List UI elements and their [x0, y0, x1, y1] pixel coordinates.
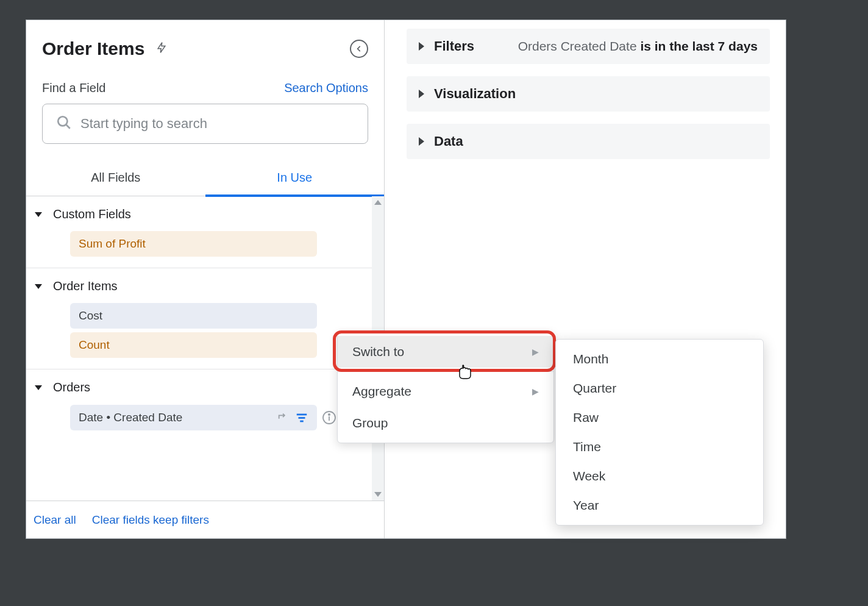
- field-context-menu: Switch to ▶ Aggregate ▶ Group: [337, 332, 554, 443]
- menu-aggregate[interactable]: Aggregate ▶: [338, 376, 553, 407]
- visualization-accordion[interactable]: Visualization: [407, 76, 770, 112]
- explore-title: Order Items: [42, 38, 144, 59]
- find-field-label: Find a Field: [42, 81, 106, 95]
- search-options-link[interactable]: Search Options: [284, 81, 368, 95]
- group-title: Custom Fields: [53, 207, 131, 221]
- filter-icon[interactable]: [295, 411, 308, 424]
- field-picker-footer: Clear all Clear fields keep filters: [26, 501, 384, 538]
- clear-fields-keep-filters-link[interactable]: Clear fields keep filters: [92, 513, 209, 527]
- search-placeholder: Start typing to search: [80, 116, 207, 132]
- data-accordion[interactable]: Data: [407, 124, 770, 159]
- group-header-orders[interactable]: Orders: [26, 380, 384, 394]
- chevron-right-icon: [419, 42, 424, 51]
- tab-all-fields[interactable]: All Fields: [26, 171, 205, 196]
- field-label: Date • Created Date: [79, 411, 272, 424]
- field-count[interactable]: Count: [70, 332, 317, 358]
- search-icon: [56, 115, 72, 133]
- pivot-icon[interactable]: [277, 411, 290, 424]
- svg-line-1: [66, 124, 70, 129]
- group-header-custom-fields[interactable]: Custom Fields: [26, 207, 384, 221]
- field-tabs: All Fields In Use: [26, 171, 384, 196]
- group-header-order-items[interactable]: Order Items: [26, 279, 384, 293]
- accordion-title: Data: [434, 134, 463, 149]
- group-title: Order Items: [53, 279, 118, 293]
- menu-item-label: Switch to: [352, 344, 404, 359]
- accordion-title: Visualization: [434, 86, 516, 102]
- accordion-title: Filters: [434, 38, 474, 54]
- chevron-right-icon: ▶: [532, 387, 539, 396]
- svg-rect-3: [299, 417, 305, 419]
- menu-group[interactable]: Group: [338, 407, 553, 439]
- chevron-down-icon: [35, 385, 42, 390]
- clear-all-link[interactable]: Clear all: [34, 513, 76, 527]
- menu-item-label: Aggregate: [352, 384, 411, 399]
- search-input[interactable]: Start typing to search: [42, 104, 368, 144]
- field-picker-panel: Order Items Find a Field Search Options …: [26, 20, 385, 538]
- svg-point-0: [58, 116, 67, 126]
- group-orders: Orders Date • Created Date: [26, 369, 384, 442]
- filters-accordion[interactable]: Filters Orders Created Date is in the la…: [407, 29, 770, 64]
- field-date-created-date[interactable]: Date • Created Date: [70, 405, 317, 430]
- menu-divider: [338, 371, 553, 372]
- submenu-quarter[interactable]: Quarter: [556, 374, 763, 403]
- chevron-right-icon: ▶: [532, 347, 539, 357]
- info-icon[interactable]: [322, 410, 336, 425]
- chevron-down-icon: [35, 284, 42, 289]
- group-title: Orders: [53, 380, 90, 394]
- bolt-icon[interactable]: [155, 40, 168, 58]
- submenu-month[interactable]: Month: [556, 344, 763, 374]
- svg-point-7: [329, 414, 330, 415]
- submenu-week[interactable]: Week: [556, 462, 763, 491]
- svg-rect-4: [300, 421, 304, 422]
- field-cost[interactable]: Cost: [70, 303, 317, 329]
- scroll-up-icon: [374, 200, 382, 205]
- menu-item-label: Group: [352, 416, 388, 430]
- collapse-panel-button[interactable]: [350, 40, 368, 58]
- submenu-time[interactable]: Time: [556, 432, 763, 462]
- submenu-year[interactable]: Year: [556, 491, 763, 520]
- scroll-down-icon: [374, 492, 382, 497]
- menu-switch-to[interactable]: Switch to ▶: [338, 336, 553, 368]
- tab-in-use[interactable]: In Use: [205, 171, 385, 196]
- chevron-down-icon: [35, 212, 42, 217]
- field-list: Custom Fields Sum of Profit Order Items …: [26, 196, 384, 501]
- switch-to-submenu: Month Quarter Raw Time Week Year: [555, 339, 764, 526]
- filters-summary: Orders Created Date is in the last 7 day…: [518, 39, 758, 54]
- group-order-items: Order Items Cost Count: [26, 268, 384, 369]
- field-sum-of-profit[interactable]: Sum of Profit: [70, 231, 317, 257]
- chevron-right-icon: [419, 137, 424, 146]
- group-custom-fields: Custom Fields Sum of Profit: [26, 196, 384, 268]
- chevron-right-icon: [419, 90, 424, 98]
- svg-rect-2: [297, 414, 307, 416]
- submenu-raw[interactable]: Raw: [556, 403, 763, 432]
